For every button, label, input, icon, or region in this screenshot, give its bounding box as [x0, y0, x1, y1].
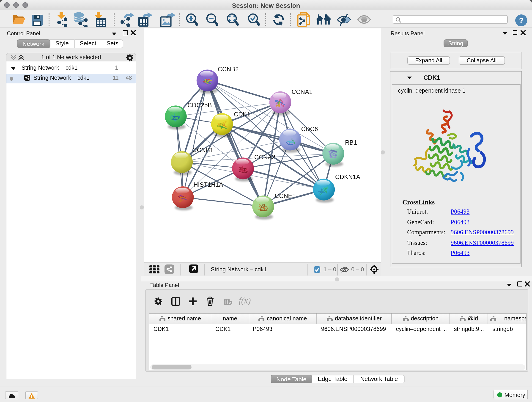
svg-text:HIST1H1A: HIST1H1A [193, 181, 223, 188]
svg-text:RB1: RB1 [345, 139, 357, 146]
svg-text:CDC6: CDC6 [301, 126, 318, 133]
svg-text:CDKN1A: CDKN1A [335, 173, 360, 180]
svg-text:CCNE1: CCNE1 [274, 192, 296, 199]
svg-text:?: ? [519, 16, 524, 25]
svg-text:CCNB1: CCNB1 [192, 147, 213, 153]
svg-text:CCNB2: CCNB2 [217, 66, 239, 73]
svg-text:CDK1: CDK1 [234, 111, 250, 118]
svg-text:CCNA1: CCNA1 [291, 89, 312, 95]
svg-text:CCNA2: CCNA2 [254, 154, 275, 161]
svg-text:CDC25B: CDC25B [187, 102, 212, 109]
